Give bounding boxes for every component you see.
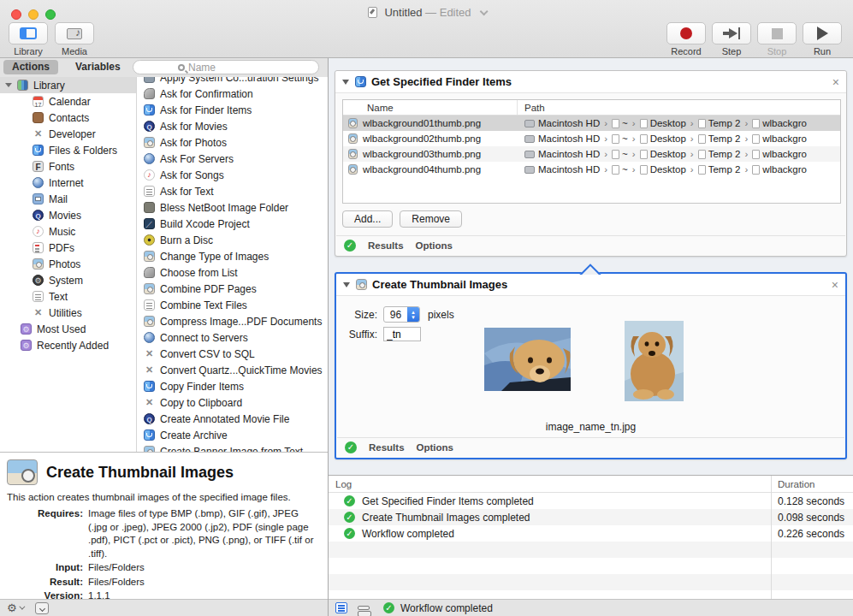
sidebar-item-photos[interactable]: Photos (0, 256, 136, 272)
sidebar-item-mail[interactable]: Mail (0, 191, 136, 207)
run-toolbar-item[interactable]: Run (801, 22, 844, 56)
log-column-header[interactable]: Log (329, 479, 771, 489)
action-list-item[interactable]: Bless NetBoot Image Folder (137, 199, 328, 216)
options-toggle[interactable]: Options (417, 442, 453, 453)
search-input[interactable] (188, 62, 282, 74)
run-button[interactable] (803, 22, 842, 44)
media-toolbar-item[interactable]: Media (53, 22, 96, 56)
thumbnail-action-icon (356, 279, 367, 290)
sidebar-item-pdfs[interactable]: PDFs (0, 240, 136, 256)
action-card-create-thumbnail-images[interactable]: Create Thumbnail Images × Size: 96 ▲▼ pi… (335, 272, 847, 459)
size-stepper[interactable]: 96 ▲▼ (383, 306, 420, 323)
panel-view-icon[interactable] (358, 606, 370, 610)
action2-header[interactable]: Create Thumbnail Images × (336, 274, 845, 296)
close-action-icon[interactable]: × (832, 279, 838, 291)
record-icon (680, 27, 692, 39)
sidebar-item-music[interactable]: Music (0, 223, 136, 240)
action-list-item[interactable]: Compress Image...PDF Documents (137, 313, 328, 329)
step-button[interactable] (712, 22, 751, 44)
collapse-triangle-icon[interactable] (342, 80, 349, 85)
action-list-item[interactable]: Ask for Songs (137, 167, 328, 183)
record-button[interactable] (666, 22, 706, 44)
sidebar-item-contacts[interactable]: Contacts (0, 110, 136, 126)
log-view-icon[interactable] (335, 602, 347, 613)
finder-items-table[interactable]: Name Path wlbackground01thumb.png Macint… (342, 99, 841, 204)
log-column-divider[interactable] (771, 476, 772, 599)
sidebar-item-calendar[interactable]: Calendar (0, 93, 136, 110)
action-list-item[interactable]: Convert Quartz...QuickTime Movies (137, 362, 328, 378)
log-row[interactable]: ✓Create Thumbnail Images completed 0.098… (329, 509, 853, 525)
results-toggle[interactable]: Results (368, 240, 404, 251)
action-list-item[interactable]: Combine Text Files (137, 297, 328, 313)
action-list-item[interactable]: Ask for Movies (137, 118, 328, 134)
utilities-icon (144, 397, 155, 408)
sidebar-item-fonts[interactable]: Fonts (0, 158, 136, 175)
action-list-item[interactable]: Burn a Disc (137, 232, 328, 248)
table-row[interactable]: wlbackground01thumb.png Macintosh HD› ~›… (343, 116, 840, 131)
action-list-item[interactable]: Change Type of Images (137, 248, 328, 264)
table-row[interactable]: wlbackground02thumb.png Macintosh HD› ~›… (343, 131, 840, 146)
close-action-icon[interactable]: × (832, 76, 839, 88)
tab-variables[interactable]: Variables (67, 60, 129, 74)
results-toggle[interactable]: Results (369, 442, 405, 453)
action-list-item[interactable]: Choose from List (137, 264, 328, 281)
sidebar-item-internet[interactable]: Internet (0, 175, 136, 191)
action1-header[interactable]: Get Specified Finder Items × (335, 71, 846, 93)
gear-chevron-icon[interactable] (19, 604, 25, 610)
table-row[interactable]: wlbackground03thumb.png Macintosh HD› ~›… (343, 146, 840, 162)
collapse-triangle-icon[interactable] (343, 282, 350, 287)
library-toolbar-item[interactable]: Library (7, 22, 50, 56)
record-toolbar-item[interactable]: Record (665, 22, 708, 56)
sidebar-item-developer[interactable]: Developer (0, 126, 136, 142)
add-button[interactable]: Add... (342, 210, 393, 228)
sidebar-item-files-folders[interactable]: Files & Folders (0, 142, 136, 158)
title-chevron-icon[interactable] (480, 7, 489, 15)
action-list-item[interactable]: Create Banner Image from Text (137, 443, 328, 452)
search-field[interactable] (133, 60, 319, 74)
path-cell: Macintosh HD› ~› Desktop› Temp 2› wlback… (518, 164, 807, 175)
folder-doc-icon (640, 134, 648, 144)
action-list-item[interactable]: Ask for Photos (137, 134, 328, 151)
action-list-item[interactable]: Create Annotated Movie File (137, 411, 328, 427)
action-list-item[interactable]: Copy Finder Items (137, 378, 328, 394)
media-button[interactable] (55, 22, 94, 44)
action-list-item[interactable]: Apply System Co...uration Settings (137, 77, 328, 86)
action-list-item[interactable]: Convert CSV to SQL (137, 346, 328, 362)
sidebar-item-utilities[interactable]: Utilities (0, 305, 136, 321)
action-list-item[interactable]: Copy to Clipboard (137, 394, 328, 411)
sidebar-item-recently-added[interactable]: Recently Added (0, 337, 136, 353)
suffix-input[interactable] (383, 327, 421, 341)
action-card-get-specified-finder-items[interactable]: Get Specified Finder Items × Name Path w… (335, 70, 847, 257)
action-list-item[interactable]: Combine PDF Pages (137, 281, 328, 297)
description-toggle-icon[interactable] (35, 602, 49, 614)
column-header-name[interactable]: Name (343, 100, 518, 115)
action-list-item[interactable]: Ask For Servers (137, 151, 328, 167)
gear-icon[interactable]: ⚙ (7, 601, 17, 614)
sidebar-item-movies[interactable]: Movies (0, 207, 136, 223)
table-row[interactable]: wlbackground04thumb.png Macintosh HD› ~›… (343, 162, 840, 177)
stepper-arrows-icon[interactable]: ▲▼ (407, 306, 419, 323)
workflow-canvas[interactable]: Get Specified Finder Items × Name Path w… (329, 58, 853, 475)
action-list-item[interactable]: Ask for Confirmation (137, 86, 328, 102)
action-list-item[interactable]: Ask for Text (137, 183, 328, 199)
step-toolbar-item[interactable]: Step (710, 22, 753, 56)
sidebar-item-library[interactable]: Library (0, 77, 136, 93)
log-row[interactable]: ✓Workflow completed 0.226 seconds (329, 525, 853, 542)
log-row[interactable]: ✓Get Specified Finder Items completed 0.… (329, 493, 853, 509)
action-list-item[interactable]: Ask for Finder Items (137, 102, 328, 118)
remove-button[interactable]: Remove (400, 210, 462, 228)
sidebar-item-text[interactable]: Text (0, 288, 136, 305)
sidebar-item-system[interactable]: System (0, 272, 136, 288)
disclosure-triangle-icon[interactable] (5, 83, 12, 87)
duration-column-header[interactable]: Duration (771, 479, 814, 489)
tab-actions[interactable]: Actions (3, 60, 58, 74)
sidebar-item-most-used[interactable]: Most Used (0, 321, 136, 337)
stop-icon (772, 28, 783, 39)
action-list-item[interactable]: Build Xcode Project (137, 216, 328, 232)
action-list-item[interactable]: Create Archive (137, 427, 328, 443)
thumbnail-preview-puppy-photo (484, 328, 571, 391)
column-header-path[interactable]: Path (518, 100, 840, 115)
library-button[interactable] (9, 22, 48, 44)
action-list-item[interactable]: Connect to Servers (137, 329, 328, 346)
options-toggle[interactable]: Options (416, 240, 453, 251)
